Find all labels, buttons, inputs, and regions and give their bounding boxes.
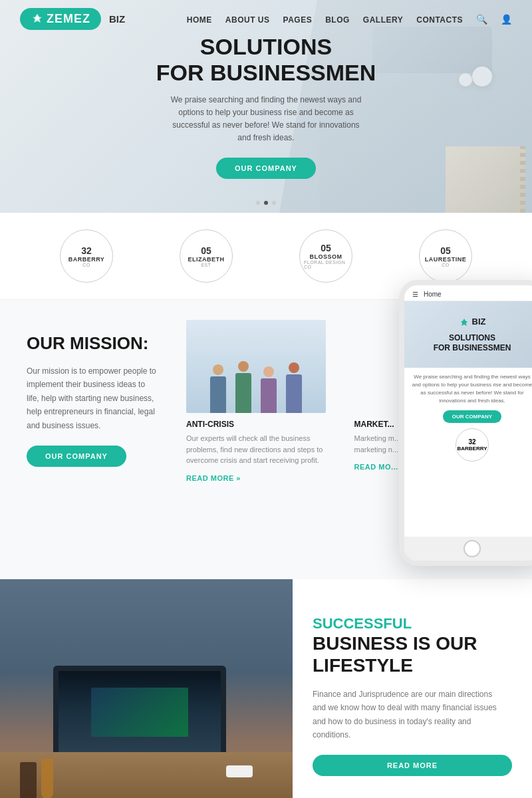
phone-cta-button[interactable]: OUR COMPANY xyxy=(443,410,501,423)
logo-text: ZEMEZ xyxy=(47,12,90,26)
search-icon[interactable]: 🔍 xyxy=(476,14,487,25)
dot-3[interactable] xyxy=(272,201,276,205)
mission-cta-button[interactable]: OUR COMPANY xyxy=(27,446,126,467)
laptop-desk-photo xyxy=(0,579,293,798)
lifestyle-subtitle: SUCCESSFUL xyxy=(313,615,512,632)
phone-content: BIZ SOLUTIONS FOR BUSINESSMEN We praise … xyxy=(404,301,532,537)
brand-elizabeth: 05 ELIZABETH EST xyxy=(180,229,233,283)
navigation: ZEMEZ BIZ HOME ABOUT US PAGES BLOG GALLE… xyxy=(0,0,532,38)
service-anticrisis-link[interactable]: READ MORE » xyxy=(186,474,241,482)
phone-mockup: ☰ Home BIZ SOLUTIONS FOR BUSINESSMEN xyxy=(399,280,532,566)
lifestyle-section: SUCCESSFUL BUSINESS IS OUR LIFESTYLE Fin… xyxy=(0,579,532,798)
mission-left: OUR MISSION: Our mission is to empower p… xyxy=(0,300,186,579)
dot-2[interactable] xyxy=(264,201,268,205)
phone-top-bar: ☰ Home xyxy=(404,285,532,301)
hero-cta-button[interactable]: OUR COMPANY xyxy=(216,158,316,179)
mission-section: OUR MISSION: Our mission is to empower p… xyxy=(0,300,532,579)
phone-bottom xyxy=(404,537,532,561)
logo-biz: BIZ xyxy=(109,13,125,25)
phone-logo-text: BIZ xyxy=(472,317,486,327)
lifestyle-cta-button[interactable]: READ MORE xyxy=(313,755,512,776)
hero-description: We praise searching and finding the newe… xyxy=(166,94,366,145)
team-photo xyxy=(186,320,326,413)
brand-laurestine: 05 LAURESTINE CO xyxy=(419,229,472,283)
service-card-anticrisis: ANTI-CRISIS Our experts will check all t… xyxy=(186,420,344,483)
nav-contacts[interactable]: CONTACTS xyxy=(416,15,463,25)
mission-title: OUR MISSION: xyxy=(27,333,160,354)
brand-barberry: 32 BARBERRY CO xyxy=(60,229,113,283)
mission-right: ANTI-CRISIS Our experts will check all t… xyxy=(186,300,532,579)
brand-blossom: 05 BLOSSOM FLORAL DESIGN CO xyxy=(299,229,352,283)
phone-description: We praise searching and finding the newe… xyxy=(410,373,532,405)
user-icon[interactable]: 👤 xyxy=(501,14,512,25)
service-anticrisis-title: ANTI-CRISIS xyxy=(186,420,344,429)
phone-body: We praise searching and finding the newe… xyxy=(404,368,532,469)
svg-point-0 xyxy=(36,16,39,19)
service-market-link[interactable]: READ MO... xyxy=(354,463,398,471)
lifestyle-text: SUCCESSFUL BUSINESS IS OUR LIFESTYLE Fin… xyxy=(293,579,532,798)
phone-hero-title: SOLUTIONS FOR BUSINESSMEN xyxy=(434,333,511,352)
mission-description: Our mission is to empower people to impl… xyxy=(27,364,160,432)
lifestyle-description: Finance and Jurisprudence are our main d… xyxy=(313,688,499,742)
nav-pages[interactable]: PAGES xyxy=(283,15,313,25)
logo[interactable]: ZEMEZ BIZ xyxy=(20,8,125,30)
nav-links: HOME ABOUT US PAGES BLOG GALLERY CONTACT… xyxy=(187,13,512,25)
phone-hero-section: BIZ SOLUTIONS FOR BUSINESSMEN xyxy=(404,301,532,368)
logo-icon xyxy=(31,13,44,26)
nav-gallery[interactable]: GALLERY xyxy=(363,15,403,25)
logo-badge: ZEMEZ xyxy=(20,8,101,30)
hero-pagination xyxy=(256,201,276,205)
phone-logo-icon xyxy=(459,318,469,329)
lifestyle-title: BUSINESS IS OUR LIFESTYLE xyxy=(313,632,512,677)
phone-home-button[interactable] xyxy=(464,540,481,557)
nav-home[interactable]: HOME xyxy=(187,15,212,25)
hero-notebook-deco xyxy=(446,146,525,213)
hero-title: SOLUTIONS FOR BUSINESSMEN xyxy=(156,34,376,86)
lifestyle-image xyxy=(0,579,293,798)
nav-about[interactable]: ABOUT US xyxy=(225,15,270,25)
phone-brand-badge: 32 BARBERRY xyxy=(456,428,489,462)
phone-menu-icon: ☰ xyxy=(412,291,418,298)
nav-blog[interactable]: BLOG xyxy=(325,15,350,25)
phone-menu-label: Home xyxy=(424,291,442,298)
dot-1[interactable] xyxy=(256,201,260,205)
service-anticrisis-desc: Our experts will check all the business … xyxy=(186,433,344,466)
